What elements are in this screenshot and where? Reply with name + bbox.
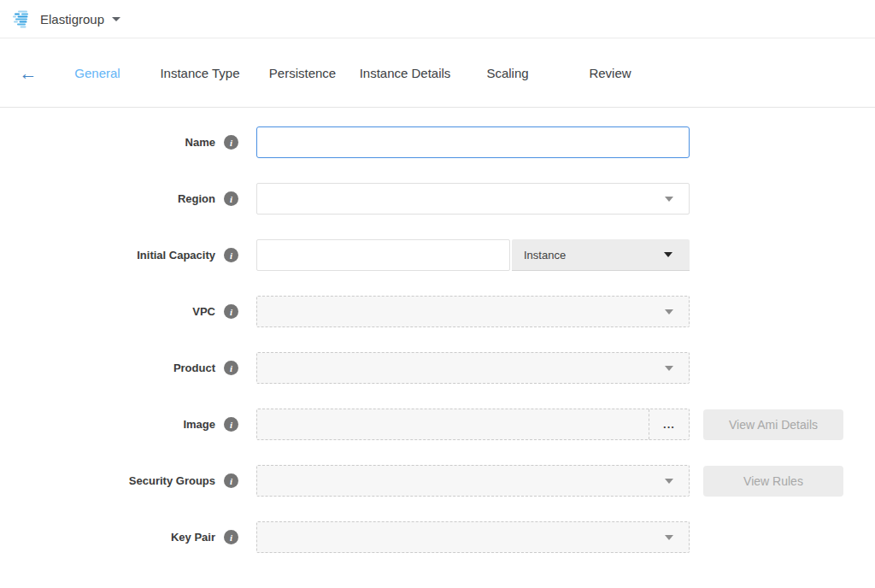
key-pair-select — [256, 521, 690, 553]
security-groups-control — [256, 465, 690, 497]
browse-ellipsis-button: ... — [649, 409, 689, 439]
chevron-down-icon — [665, 309, 673, 315]
form-row-region: Region i — [0, 183, 875, 215]
elastigroup-product-menu[interactable]: Elastigroup — [12, 9, 120, 29]
wizard-tabs: General Instance Type Persistence Instan… — [46, 66, 661, 80]
top-bar: Elastigroup — [0, 0, 875, 38]
chevron-down-icon — [112, 17, 120, 21]
image-label: Image — [183, 418, 215, 431]
info-icon[interactable]: i — [224, 473, 238, 488]
wizard-tab-bar: ← General Instance Type Persistence Inst… — [0, 38, 875, 108]
product-control — [256, 352, 690, 384]
label-cell: Key Pair i — [0, 530, 256, 544]
elastigroup-logo-icon — [12, 9, 32, 29]
vpc-label: VPC — [192, 305, 215, 318]
label-cell: Security Groups i — [0, 473, 256, 488]
image-control: ... — [256, 409, 690, 440]
capacity-unit-select[interactable]: Instance — [512, 239, 690, 271]
app-title: Elastigroup — [40, 12, 104, 26]
region-select[interactable] — [256, 183, 690, 215]
chevron-down-icon — [665, 366, 673, 371]
image-input: ... — [256, 409, 690, 440]
initial-capacity-label: Initial Capacity — [137, 249, 215, 262]
label-cell: Region i — [0, 191, 256, 206]
info-icon[interactable]: i — [224, 361, 238, 375]
form-row-product: Product i — [0, 352, 875, 384]
label-cell: Image i — [0, 417, 256, 432]
form-row-key-pair: Key Pair i — [0, 521, 875, 553]
product-select — [256, 352, 690, 384]
key-pair-control — [256, 521, 690, 553]
label-cell: Initial Capacity i — [0, 248, 256, 262]
form-row-initial-capacity: Initial Capacity i Instance — [0, 239, 875, 271]
info-icon[interactable]: i — [224, 530, 238, 544]
label-cell: Name i — [0, 135, 256, 150]
initial-capacity-input[interactable] — [256, 239, 510, 271]
view-rules-button: View Rules — [703, 466, 843, 497]
vpc-select — [256, 296, 690, 327]
tab-review[interactable]: Review — [559, 66, 661, 80]
back-arrow-icon[interactable]: ← — [17, 64, 39, 82]
region-control — [256, 183, 690, 215]
tab-general[interactable]: General — [46, 66, 149, 80]
tab-persistence[interactable]: Persistence — [251, 66, 354, 80]
info-icon[interactable]: i — [224, 191, 238, 206]
name-input[interactable] — [256, 126, 690, 158]
general-settings-form: Name i Region i Initial Capacity i Insta… — [0, 108, 875, 553]
info-icon[interactable]: i — [224, 135, 238, 150]
name-control — [256, 126, 690, 158]
chevron-down-icon — [664, 252, 672, 257]
tab-instance-details[interactable]: Instance Details — [354, 66, 456, 80]
chevron-down-icon — [665, 535, 673, 540]
view-ami-details-button: View Ami Details — [703, 409, 843, 440]
product-label: Product — [173, 362, 215, 374]
tab-scaling[interactable]: Scaling — [456, 66, 559, 80]
tab-instance-type[interactable]: Instance Type — [149, 66, 251, 80]
form-row-image: Image i ... View Ami Details — [0, 409, 875, 440]
security-groups-label: Security Groups — [129, 474, 215, 487]
info-icon[interactable]: i — [224, 417, 238, 432]
label-cell: Product i — [0, 361, 256, 375]
name-label: Name — [185, 136, 215, 149]
form-row-name: Name i — [0, 126, 875, 158]
info-icon[interactable]: i — [224, 248, 238, 262]
chevron-down-icon — [665, 479, 673, 484]
form-row-vpc: VPC i — [0, 296, 875, 327]
capacity-unit-value: Instance — [524, 249, 566, 262]
label-cell: VPC i — [0, 304, 256, 319]
info-icon[interactable]: i — [224, 304, 238, 319]
key-pair-label: Key Pair — [171, 531, 215, 544]
chevron-down-icon — [665, 197, 673, 202]
form-row-security-groups: Security Groups i View Rules — [0, 465, 875, 497]
vpc-control — [256, 296, 690, 327]
region-label: Region — [178, 192, 215, 205]
initial-capacity-control: Instance — [256, 239, 690, 271]
security-groups-select — [256, 465, 690, 497]
